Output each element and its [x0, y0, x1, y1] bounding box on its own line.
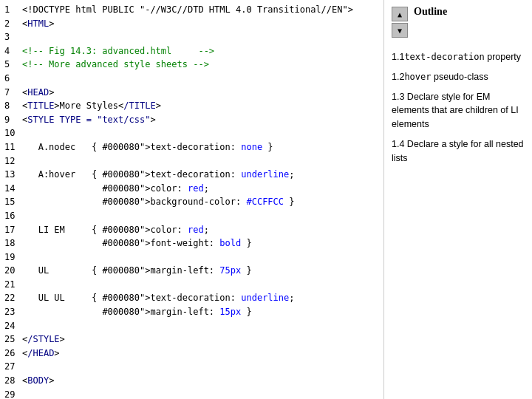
outline-item-1-2: 1.2hover pseudo-class: [392, 70, 525, 84]
code-panel: 1<!DOCTYPE html PUBLIC "-//W3C//DTD HTML…: [0, 0, 384, 399]
line-content: <!DOCTYPE html PUBLIC "-//W3C//DTD HTML …: [22, 3, 353, 17]
line-content: <HTML>: [22, 17, 54, 31]
line-number: 26: [4, 347, 19, 361]
line-content: <STYLE TYPE = "text/css">: [22, 113, 156, 127]
line-number: 5: [4, 58, 19, 72]
code-line: 6: [4, 72, 379, 86]
line-number: 4: [4, 44, 19, 58]
code-line: 18 #000080">font-weight: bold }: [4, 236, 379, 250]
code-line: 4<!-- Fig 14.3: advanced.html -->: [4, 44, 379, 58]
code-line: 14 #000080">color: red;: [4, 182, 379, 196]
line-number: 6: [4, 72, 19, 86]
line-number: 21: [4, 278, 19, 292]
line-content: UL { #000080">margin-left: 75px }: [22, 264, 252, 278]
outline-content: 1.1text-decoration property 1.2hover pse…: [392, 50, 525, 171]
code-line: 16: [4, 209, 379, 223]
code-line: 28<BODY>: [4, 374, 379, 388]
line-content: <!-- Fig 14.3: advanced.html -->: [22, 44, 214, 58]
code-line: 20 UL { #000080">margin-left: 75px }: [4, 264, 379, 278]
line-number: 12: [4, 154, 19, 168]
code-line: 11 A.nodec { #000080">text-decoration: n…: [4, 140, 379, 154]
outline-item-1-3-text: 1.3 Declare style for EM elements that a…: [392, 92, 519, 130]
line-number: 25: [4, 332, 19, 347]
code-line: 26</HEAD>: [4, 347, 379, 361]
outline-panel: ▲ ▼ Outline 1.1text-decoration property …: [384, 0, 532, 399]
code-line: 22 UL UL { #000080">text-decoration: und…: [4, 291, 379, 305]
code-line: 1<!DOCTYPE html PUBLIC "-//W3C//DTD HTML…: [4, 3, 379, 17]
line-number: 23: [4, 305, 19, 319]
line-content: </HEAD>: [22, 347, 60, 361]
line-number: 13: [4, 168, 19, 182]
line-number: 1: [4, 3, 19, 17]
line-number: 19: [4, 250, 19, 265]
code-line: 7<HEAD>: [4, 86, 379, 100]
line-number: 15: [4, 195, 19, 209]
code-line: 29: [4, 388, 379, 399]
code-line: 2<HTML>: [4, 17, 379, 31]
code-line: 3: [4, 30, 379, 44]
line-number: 9: [4, 113, 19, 127]
line-content: <!-- More advanced style sheets -->: [22, 58, 209, 72]
line-number: 20: [4, 264, 19, 278]
line-content: #000080">margin-left: 15px }: [22, 305, 252, 319]
outline-up-button[interactable]: ▲: [392, 7, 408, 21]
outline-item-1-4: 1.4 Declare a style for all nested lists: [392, 137, 525, 166]
line-number: 18: [4, 236, 19, 250]
code-line: 13 A:hover { #000080">text-decoration: u…: [4, 168, 379, 182]
line-content: #000080">background-color: #CCFFCC }: [22, 195, 294, 209]
line-content: LI EM { #000080">color: red;: [22, 223, 209, 237]
code-line: 9<STYLE TYPE = "text/css">: [4, 113, 379, 127]
line-number: 11: [4, 140, 19, 154]
code-line: 8<TITLE>More Styles</TITLE>: [4, 99, 379, 113]
line-content: <TITLE>More Styles</TITLE>: [22, 99, 161, 113]
code-line: 10: [4, 126, 379, 140]
line-number: 27: [4, 360, 19, 374]
line-number: 22: [4, 291, 19, 305]
line-number: 2: [4, 17, 19, 31]
outline-item-1-1: 1.1text-decoration property: [392, 50, 525, 64]
code-line: 27: [4, 360, 379, 374]
code-line: 19: [4, 250, 379, 265]
outline-header: ▲ ▼ Outline: [392, 6, 525, 43]
line-number: 16: [4, 209, 19, 223]
line-content: A:hover { #000080">text-decoration: unde…: [22, 168, 295, 182]
line-content: A.nodec { #000080">text-decoration: none…: [22, 140, 273, 154]
outline-item-1-3: 1.3 Declare style for EM elements that a…: [392, 90, 525, 132]
code-line: 15 #000080">background-color: #CCFFCC }: [4, 195, 379, 209]
code-line: 25</STYLE>: [4, 332, 379, 347]
line-content: <HEAD>: [22, 86, 54, 100]
line-number: 3: [4, 30, 19, 44]
outline-nav: ▲ ▼: [392, 6, 408, 38]
code-line: 12: [4, 154, 379, 168]
line-content: <BODY>: [22, 374, 54, 388]
line-content: #000080">color: red;: [22, 182, 209, 196]
line-number: 29: [4, 388, 19, 399]
outline-down-button[interactable]: ▼: [392, 23, 408, 38]
outline-item-1-4-text: 1.4 Declare a style for all nested lists: [392, 139, 524, 163]
outline-title: Outline: [414, 6, 447, 18]
outline-item-1-2-text: 1.2hover pseudo-class: [392, 72, 488, 82]
line-number: 24: [4, 319, 19, 333]
outline-item-1-1-text: 1.1text-decoration property: [392, 52, 521, 62]
line-number: 10: [4, 126, 19, 140]
line-number: 7: [4, 86, 19, 100]
line-number: 14: [4, 182, 19, 196]
line-number: 8: [4, 99, 19, 113]
line-content: </STYLE>: [22, 332, 65, 347]
line-content: #000080">font-weight: bold }: [22, 236, 252, 250]
code-line: 17 LI EM { #000080">color: red;: [4, 223, 379, 237]
line-content: UL UL { #000080">text-decoration: underl…: [22, 291, 295, 305]
code-line: 21: [4, 278, 379, 292]
line-number: 28: [4, 374, 19, 388]
code-line: 5<!-- More advanced style sheets -->: [4, 58, 379, 72]
code-line: 24: [4, 319, 379, 333]
code-line: 23 #000080">margin-left: 15px }: [4, 305, 379, 319]
line-number: 17: [4, 223, 19, 237]
